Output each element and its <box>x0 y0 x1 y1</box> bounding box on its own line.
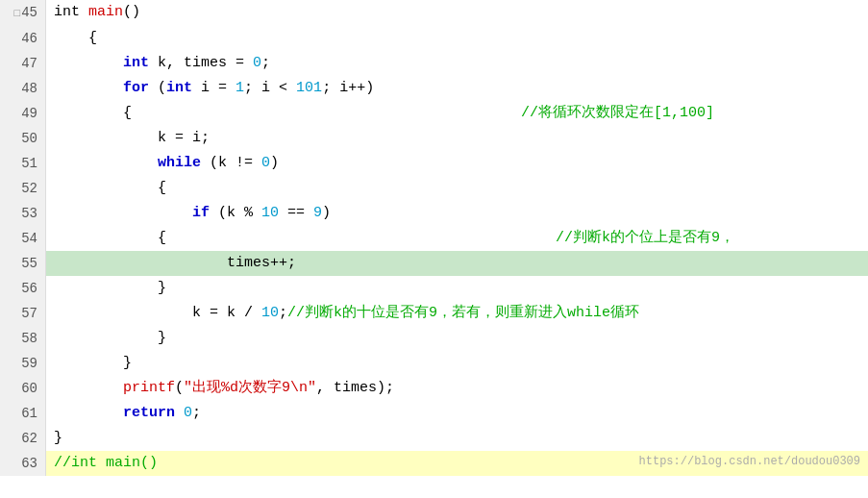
fn-token: main <box>88 4 123 20</box>
kw-token: while <box>158 155 201 171</box>
line-number: 47 <box>0 51 46 76</box>
kw-token: int <box>166 80 192 96</box>
line-number: 56 <box>0 276 46 301</box>
kw-token: int <box>123 55 149 71</box>
fold-marker-icon[interactable]: □ <box>14 8 21 19</box>
line-number: 53 <box>0 201 46 226</box>
line-content: } <box>46 326 868 351</box>
plain-token: ; i < <box>244 80 296 96</box>
line-content: k = i; <box>46 126 868 151</box>
code-line: 47 int k, times = 0; <box>0 51 868 76</box>
kw-token: if <box>192 205 210 221</box>
plain-token: , times); <box>316 380 394 396</box>
code-line: □45int main() <box>0 0 868 26</box>
fn-token: printf <box>123 380 175 396</box>
plain-token: { <box>54 30 97 46</box>
line-number: 59 <box>0 351 46 376</box>
line-number: 46 <box>0 26 46 51</box>
plain-token: () <box>123 4 140 20</box>
plain-token: i = <box>192 80 236 96</box>
plain-token: ) <box>270 155 279 171</box>
line-content: int main() <box>46 0 868 26</box>
num-token: 0 <box>261 155 270 171</box>
plain-token: k, times = <box>149 55 253 71</box>
line-content: printf("出现%d次数字9\n", times); <box>46 376 868 401</box>
plain-token: ( <box>149 80 166 96</box>
line-number: 62 <box>0 426 46 451</box>
code-line: 63//int main()https://blog.csdn.net/doud… <box>0 451 868 476</box>
code-container: □45int main()46 {47 int k, times = 0;48 … <box>0 0 868 476</box>
code-line: 62} <box>0 426 868 451</box>
code-line: 49 { //将循环次数限定在[1,100] <box>0 101 868 126</box>
plain-token: times++; <box>54 255 296 271</box>
code-line: 48 for (int i = 1; i < 101; i++) <box>0 76 868 101</box>
line-content: if (k % 10 == 9) <box>46 201 868 226</box>
plain-token: (k % <box>210 205 261 221</box>
line-content: } <box>46 426 868 451</box>
code-line: 56 } <box>0 276 868 301</box>
line-content: return 0; <box>46 401 868 426</box>
num-token: 1 <box>236 80 244 96</box>
line-number: 52 <box>0 176 46 201</box>
plain-token: { <box>54 105 521 121</box>
plain-token: ; <box>279 305 287 321</box>
code-line: 57 k = k / 10;//判断k的十位是否有9，若有，则重新进入while… <box>0 301 868 326</box>
plain-token <box>54 405 123 421</box>
code-line: 53 if (k % 10 == 9) <box>0 201 868 226</box>
code-line: 55 times++; <box>0 251 868 276</box>
plain-token: ( <box>175 380 184 396</box>
plain-token <box>54 205 192 221</box>
plain-token: } <box>54 330 166 346</box>
num-token: 10 <box>261 305 279 321</box>
plain-token: { <box>54 230 556 246</box>
plain-token: k = k / <box>54 305 261 321</box>
line-content: { //判断k的个位上是否有9， <box>46 226 868 251</box>
code-line: 59 } <box>0 351 868 376</box>
plain-token: ) <box>322 205 331 221</box>
cmt-token: //将循环次数限定在[1,100] <box>521 105 714 121</box>
line-number: 57 <box>0 301 46 326</box>
code-editor: □45int main()46 {47 int k, times = 0;48 … <box>0 0 868 498</box>
plain-token: int <box>54 4 88 20</box>
line-content: times++; <box>46 251 868 276</box>
num-token: 9 <box>313 205 322 221</box>
line-content: } <box>46 351 868 376</box>
str-token: "出现%d次数字9\n" <box>184 380 316 396</box>
num-token: 0 <box>184 405 192 421</box>
plain-token: ; <box>261 55 270 71</box>
code-line: 58 } <box>0 326 868 351</box>
plain-token <box>54 155 158 171</box>
line-number: □45 <box>0 0 46 26</box>
plain-token: == <box>279 205 313 221</box>
num-token: 101 <box>296 80 322 96</box>
kw-token: for <box>123 80 149 96</box>
plain-token: { <box>54 180 166 196</box>
kw-token: return <box>123 405 175 421</box>
code-line: 46 { <box>0 26 868 51</box>
line-number: 54 <box>0 226 46 251</box>
cmt-token: //判断k的个位上是否有9， <box>556 230 734 246</box>
line-number: 63 <box>0 451 46 476</box>
line-number: 58 <box>0 326 46 351</box>
line-content: { <box>46 26 868 51</box>
line-content: { <box>46 176 868 201</box>
plain-token: k = i; <box>54 130 210 146</box>
line-number: 60 <box>0 376 46 401</box>
plain-token <box>175 405 184 421</box>
cmt-token: //判断k的十位是否有9，若有，则重新进入while循环 <box>287 305 639 321</box>
plain-token: } <box>54 355 132 371</box>
line-number: 50 <box>0 126 46 151</box>
plain-token <box>54 55 123 71</box>
line-number: 49 <box>0 101 46 126</box>
line-content: { //将循环次数限定在[1,100] <box>46 101 868 126</box>
code-line: 61 return 0; <box>0 401 868 426</box>
plain-token: (k != <box>201 155 261 171</box>
line-number: 61 <box>0 401 46 426</box>
line-number: 51 <box>0 151 46 176</box>
num-token: 0 <box>253 55 261 71</box>
cmt-token: //int main() <box>54 455 158 471</box>
line-content: for (int i = 1; i < 101; i++) <box>46 76 868 101</box>
plain-token <box>54 80 123 96</box>
code-line: 50 k = i; <box>0 126 868 151</box>
code-line: 60 printf("出现%d次数字9\n", times); <box>0 376 868 401</box>
